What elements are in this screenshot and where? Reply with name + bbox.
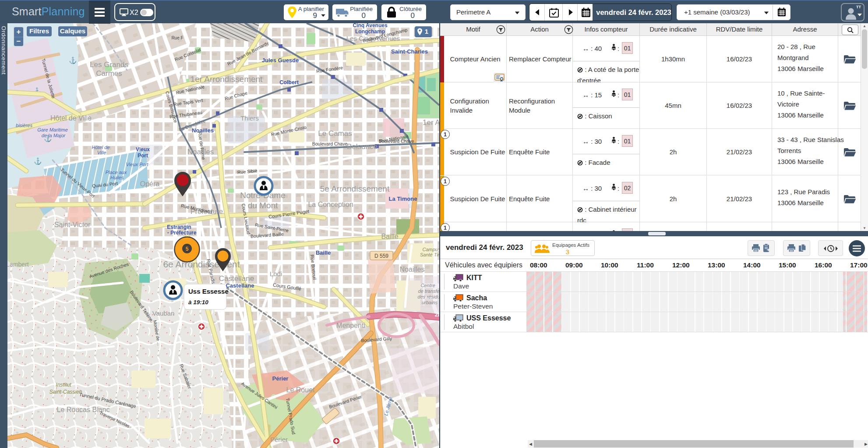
svg-text:Saint-Cassien: Saint-Cassien <box>49 389 82 395</box>
svg-text:de la Major: de la Major <box>42 133 66 138</box>
svg-text:Santé Timo: Santé Timo <box>420 252 439 257</box>
svg-text:Boulevard Chave: Boulevard Chave <box>379 139 414 144</box>
svg-text:Gare Maritime: Gare Maritime <box>37 127 68 132</box>
svg-text:- Préfecture: - Préfecture <box>167 230 197 236</box>
svg-text:Huiles: Huiles <box>110 175 124 180</box>
svg-text:1er Arrondissement: 1er Arrondissement <box>191 75 263 84</box>
svg-text:Castellane: Castellane <box>219 274 254 283</box>
svg-text:Castellane: Castellane <box>226 282 254 289</box>
svg-text:1er Arro: 1er Arro <box>423 118 439 127</box>
svg-text:Ville: Ville <box>97 150 106 155</box>
svg-text:du Mont: du Mont <box>248 201 278 210</box>
svg-text:Colbert: Colbert <box>279 79 299 85</box>
svg-text:Lodi: Lodi <box>270 270 282 277</box>
svg-text:des résidu: des résidu <box>418 294 439 299</box>
svg-text:Lambert: Lambert <box>7 261 29 268</box>
svg-text:5: 5 <box>186 246 189 252</box>
svg-text:Jules Guesde: Jules Guesde <box>262 57 299 64</box>
svg-text:urbains: urbains <box>422 300 438 305</box>
svg-text:Vauban: Vauban <box>152 309 175 317</box>
svg-text:Rue F: Rue F <box>171 36 183 40</box>
svg-text:Estrangin: Estrangin <box>167 224 191 230</box>
svg-text:La Timone: La Timone <box>389 196 417 202</box>
svg-text:Les Grands: Les Grands <box>90 60 128 69</box>
svg-text:Saint-Charles: Saint-Charles <box>391 48 428 55</box>
svg-text:5e Arrondissement: 5e Arrondissement <box>320 184 390 193</box>
svg-text:Campus: Campus <box>423 247 439 252</box>
svg-text:⚓: ⚓ <box>34 157 42 165</box>
svg-text:Périer: Périer <box>272 375 289 382</box>
svg-text:Hôtel de: Hôtel de <box>92 145 110 150</box>
svg-text:Vieux Port: Vieux Port <box>126 162 148 167</box>
svg-text:à 19:10: à 19:10 <box>188 299 208 306</box>
svg-text:bisières: bisières <box>16 123 32 128</box>
svg-text:Opéra: Opéra <box>140 180 160 188</box>
svg-text:Uss Essesse: Uss Essesse <box>188 288 229 295</box>
svg-text:Boulevard Chave: Boulevard Chave <box>312 141 348 146</box>
svg-text:de transfe: de transfe <box>418 288 439 294</box>
svg-text:⚓: ⚓ <box>69 57 77 64</box>
svg-text:Périer: Périer <box>270 436 288 443</box>
svg-text:Vieux: Vieux <box>136 146 150 153</box>
svg-text:Baille: Baille <box>381 233 398 240</box>
svg-text:Belsunce: Belsunce <box>347 142 378 151</box>
svg-text:Saint-Victor: Saint-Victor <box>54 221 91 228</box>
svg-text:Le Camas: Le Camas <box>318 129 352 138</box>
svg-text:Hôtel de Ville: Hôtel de Ville <box>50 114 92 122</box>
svg-text:D 559: D 559 <box>374 253 388 259</box>
svg-text:Cinq Avenues: Cinq Avenues <box>353 23 387 28</box>
svg-text:Menpenti: Menpenti <box>336 322 365 329</box>
svg-text:Place aux: Place aux <box>106 170 127 175</box>
svg-text:Port: Port <box>138 153 148 159</box>
svg-text:Baille: Baille <box>316 249 331 256</box>
svg-text:Le Rouet: Le Rouet <box>286 386 315 394</box>
svg-text:Noailles: Noailles <box>400 266 425 273</box>
svg-text:Centre: Centre <box>420 283 435 288</box>
svg-text:2b: 2b <box>435 312 439 318</box>
svg-text:Thiers: Thiers <box>240 114 259 122</box>
svg-text:La Conception: La Conception <box>308 201 353 208</box>
svg-text:Noailles: Noailles <box>187 148 214 156</box>
svg-text:Carmes: Carmes <box>96 69 122 78</box>
svg-text:Institut: Institut <box>56 382 71 388</box>
